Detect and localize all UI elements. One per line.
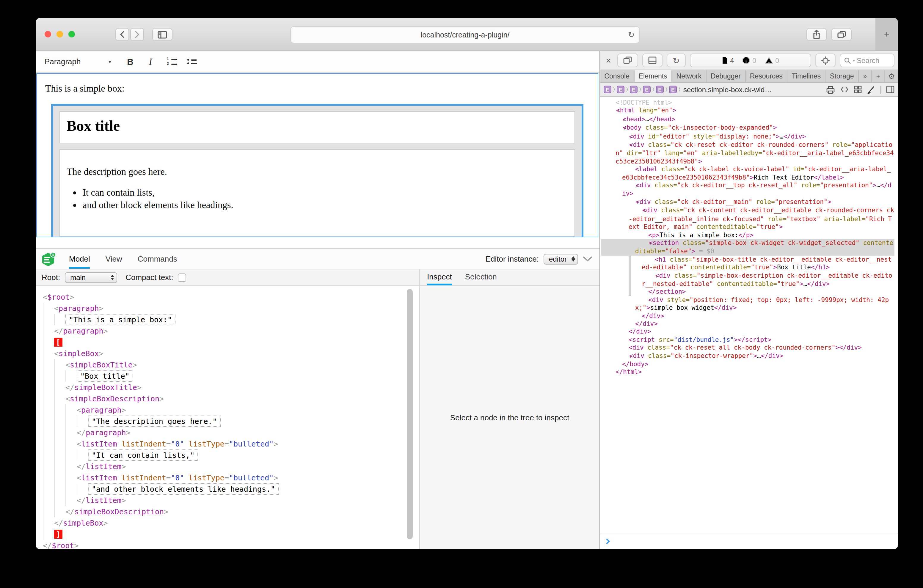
dom-tree-line[interactable]: </div> [601, 312, 895, 320]
dom-tree-line[interactable]: <label class="ck ck-label ck-voice-label… [601, 166, 895, 182]
ckeditor-editable-area[interactable]: This is a simple box: Box title The desc… [36, 73, 598, 237]
devtools-tab-timelines[interactable]: Timelines [787, 70, 826, 82]
share-button[interactable] [806, 28, 827, 41]
close-devtools-button[interactable]: × [604, 55, 613, 66]
compact-text-checkbox[interactable] [178, 273, 186, 281]
heading-dropdown[interactable]: Paragraph ▾ [44, 57, 111, 66]
breadcrumb-element-badge[interactable]: E [604, 85, 611, 94]
expand-triangle-icon[interactable]: ▶ [616, 116, 622, 124]
inspector-tab-model[interactable]: Model [69, 249, 90, 269]
scrollbar-thumb[interactable] [407, 289, 413, 540]
expand-triangle-icon[interactable]: ▶ [622, 133, 629, 141]
root-select[interactable]: main [65, 272, 117, 283]
devtools-tab-elements[interactable]: Elements [634, 70, 672, 82]
inspector-detail-tab-selection[interactable]: Selection [465, 269, 497, 286]
inspector-collapse-button[interactable] [583, 256, 592, 261]
devtools-reload-button[interactable]: ↻ [667, 54, 685, 67]
address-bar[interactable]: localhost/creating-a-plugin/ ↻ [290, 26, 640, 43]
inspector-detail-tab-inspect[interactable]: Inspect [427, 269, 452, 286]
dom-tree-line[interactable]: ▼<div class="ck ck-reset ck-editor ck-ro… [601, 141, 895, 165]
list-item[interactable]: It can contain lists, [83, 187, 568, 198]
dom-tree-line[interactable]: <p>This is a simple box:</p> [601, 231, 895, 239]
list-item[interactable]: and other block elements like headings. [83, 200, 568, 210]
model-tree-line[interactable]: "It can contain lists," [43, 450, 419, 461]
minimize-window-button[interactable] [56, 31, 63, 38]
devtools-tab-storage[interactable]: Storage [826, 70, 859, 82]
element-picker-button[interactable] [815, 54, 836, 67]
dom-tree-line[interactable]: ▶<div class="ck-inspector-wrapper">…</di… [601, 351, 895, 360]
model-tree-line[interactable]: </$root> [43, 540, 419, 549]
model-tree-scrollbar[interactable] [407, 289, 413, 545]
dom-tree-line[interactable]: ▼<div class="ck ck-content ck-editor__ed… [601, 207, 895, 231]
devtools-tab-network[interactable]: Network [672, 70, 706, 82]
editor-instance-select[interactable]: editor [544, 254, 578, 264]
print-styles-icon[interactable] [826, 85, 835, 94]
collapse-triangle-icon[interactable]: ▼ [636, 207, 642, 215]
model-tree-line[interactable]: </listItem> [43, 494, 419, 506]
settings-gear-button[interactable]: ⚙ [885, 70, 898, 82]
model-tree-line[interactable]: "This is a simple box:" [43, 314, 419, 325]
model-tree-line[interactable]: "The description goes here." [43, 416, 419, 427]
model-tree-line[interactable]: <simpleBox> [43, 348, 419, 359]
model-tree-line[interactable]: "and other block elements like headings.… [43, 483, 419, 494]
devtools-tab-resources[interactable]: Resources [746, 70, 787, 82]
dom-tree-line[interactable]: <div class="ck ck-reset_all ck-body ck-r… [601, 344, 895, 351]
dom-tree-line[interactable]: ▼<html lang="en"> [601, 107, 895, 115]
dom-tree-line[interactable]: </div> [601, 320, 895, 328]
numbered-list-button[interactable]: 1 2 [164, 54, 180, 69]
model-tree-line[interactable]: </paragraph> [43, 427, 419, 438]
model-tree-line[interactable]: </simpleBox> [43, 517, 419, 529]
expand-triangle-icon[interactable]: ▶ [629, 182, 636, 190]
dom-tree-line[interactable]: </section> [601, 288, 895, 296]
dom-tree-line[interactable]: <script src="dist/bundle.js"></script> [601, 336, 895, 344]
breadcrumb-element-badge[interactable]: E [617, 85, 624, 94]
expand-triangle-icon[interactable]: ▶ [649, 272, 655, 280]
model-tree-line[interactable]: <$root> [43, 291, 419, 302]
zoom-window-button[interactable] [68, 31, 75, 38]
breadcrumb-element-badge[interactable]: E [669, 85, 677, 94]
model-tree-line[interactable]: </paragraph> [43, 325, 419, 337]
new-tab-button[interactable]: + [875, 18, 898, 51]
dom-tree-line[interactable]: </div> [601, 328, 895, 336]
dom-tree-line[interactable]: <div style="position: fixed; top: 0px; l… [601, 296, 895, 312]
breadcrumb-element-badge[interactable]: E [643, 85, 650, 94]
new-devtools-tab-button[interactable]: + [872, 70, 885, 82]
box-title-text[interactable]: Box title [67, 118, 568, 135]
collapse-triangle-icon[interactable]: ▼ [622, 141, 629, 149]
sidebar-toggle-button[interactable] [152, 28, 172, 41]
collapse-triangle-icon[interactable]: ▼ [616, 124, 622, 132]
quick-console[interactable] [600, 533, 898, 549]
dom-tree-line[interactable]: ▶<head>…</head> [601, 115, 895, 124]
model-tree-line[interactable]: </simpleBoxTitle> [43, 382, 419, 393]
grid-overlay-icon[interactable] [854, 85, 862, 94]
model-tree-line[interactable]: </simpleBoxDescription> [43, 506, 419, 517]
source-code-icon[interactable] [840, 85, 849, 94]
devtools-tab-debugger[interactable]: Debugger [706, 70, 746, 82]
collapse-triangle-icon[interactable]: ▼ [629, 199, 636, 207]
dock-bottom-button[interactable] [642, 54, 662, 67]
description-text[interactable]: The description goes here. [67, 166, 568, 177]
breadcrumb-element-badge[interactable]: E [630, 85, 637, 94]
simple-box-widget[interactable]: Box title The description goes here. It … [51, 104, 583, 237]
collapse-triangle-icon[interactable]: ▼ [642, 240, 649, 248]
collapse-triangle-icon[interactable]: ▼ [609, 107, 616, 115]
simple-box-description-field[interactable]: The description goes here. It can contai… [59, 149, 575, 237]
model-tree-line[interactable]: "Box title" [43, 370, 419, 382]
back-button[interactable] [115, 28, 129, 41]
model-tree-line[interactable]: <listItem listIndent="0" listType="bulle… [43, 438, 419, 450]
expand-triangle-icon[interactable]: ▶ [622, 352, 629, 360]
model-tree-line[interactable]: ] [43, 529, 419, 540]
dom-tree-line[interactable]: <!DOCTYPE html> [601, 99, 895, 107]
dom-tree-line[interactable]: </body> [601, 360, 895, 368]
inspector-tab-commands[interactable]: Commands [138, 249, 177, 269]
tab-overview-button[interactable] [831, 28, 852, 41]
model-tree-line[interactable]: [ [43, 337, 419, 348]
intro-paragraph[interactable]: This is a simple box: [45, 83, 590, 94]
model-tree-line[interactable]: </listItem> [43, 461, 419, 472]
dom-tree-line[interactable]: ▼<div class="ck ck-editor__main" role="p… [601, 198, 895, 207]
overflow-tabs-button[interactable]: » [859, 70, 872, 82]
italic-button[interactable]: I [142, 54, 159, 69]
model-tree-line[interactable]: <listItem listIndent="0" listType="bulle… [43, 472, 419, 483]
dom-tree-line[interactable]: ▶<div class="ck ck-editor__top ck-reset_… [601, 181, 895, 198]
dom-tree-line[interactable]: ▶<div class="simple-box-description ck-e… [601, 271, 895, 288]
